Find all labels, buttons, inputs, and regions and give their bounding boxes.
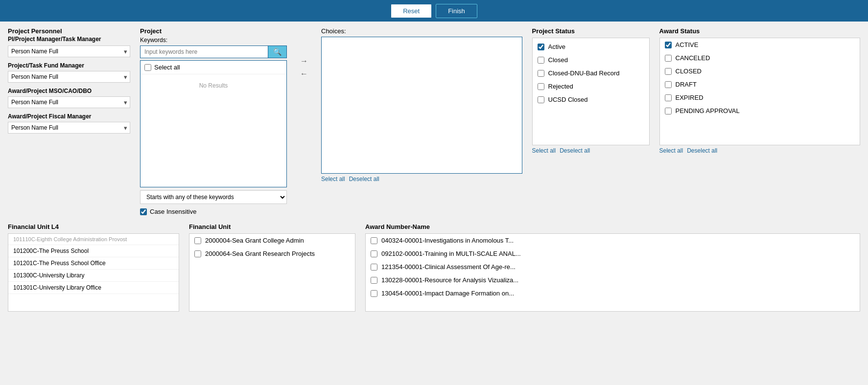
status-closed-checkbox[interactable] (538, 57, 544, 64)
award-item-canceled: CANCELED (660, 51, 860, 65)
status-item-closed-dnu: Closed-DNU-Bad Record (533, 67, 649, 80)
status-rejected-checkbox[interactable] (538, 83, 544, 90)
project-status-box: Active Closed Closed-DNU-Bad Record Reje… (532, 38, 650, 145)
arrow-right-button[interactable]: → (300, 57, 308, 66)
financial-unit-item-2: 2000064-Sea Grant Research Projects (189, 247, 355, 260)
choices-box (321, 37, 522, 174)
award-number-checkbox-5[interactable] (371, 290, 377, 297)
select-all-label: Select all (154, 64, 180, 71)
status-ucsd-closed-checkbox[interactable] (538, 96, 544, 103)
financial-l4-box: 101110C-Eighth College Administration Pr… (8, 233, 179, 312)
pi-manager-select[interactable]: Person Name Full (8, 45, 130, 57)
pi-manager-title: PI/Project Manager/Task Manager (8, 36, 130, 43)
award-status-select-all-button[interactable]: Select all (659, 147, 683, 154)
choices-select-all-button[interactable]: Select all (321, 176, 345, 182)
award-status-deselect-all-button[interactable]: Deselect all (687, 147, 717, 154)
list-item: 101301C-University Library Office (8, 282, 179, 294)
arrow-left-button[interactable]: ← (300, 69, 308, 78)
award-canceled-checkbox[interactable] (665, 55, 672, 62)
award-number-checkbox-4[interactable] (371, 277, 377, 284)
financial-unit-checkbox-1[interactable] (194, 237, 201, 244)
award-number-box: 040324-00001-Investigations in Anomolous… (365, 233, 860, 312)
award-number-checkbox-3[interactable] (371, 264, 377, 271)
award-number-checkbox-1[interactable] (371, 237, 377, 244)
award-status-panel: Award Status ACTIVE CANCELED CLOSED DRAF… (659, 27, 861, 154)
award-number-panel: Award Number-Name 040324-00001-Investiga… (365, 223, 860, 312)
award-number-item-3: 121354-00001-Clinical Assessment Of Age-… (366, 260, 860, 273)
award-number-checkbox-2[interactable] (371, 250, 377, 257)
award-pending-label: PENDING APPROVAL (676, 107, 740, 114)
fund-manager-title: Project/Task Fund Manager (8, 62, 130, 69)
keywords-panel: Project Keywords: 🔍 Select all No Result… (140, 27, 287, 215)
award-draft-label: DRAFT (676, 81, 697, 88)
award-number-item-5: 130454-00001-Impact Damage Formation on.… (366, 287, 860, 300)
award-number-label-1: 040324-00001-Investigations in Anomolous… (381, 237, 514, 244)
status-item-rejected: Rejected (533, 80, 649, 93)
award-number-title: Award Number-Name (365, 223, 860, 230)
list-item: 101201C-The Preuss School Office (8, 257, 179, 270)
award-expired-label: EXPIRED (676, 94, 704, 101)
award-canceled-label: CANCELED (676, 54, 710, 62)
award-number-item-2: 092102-00001-Training in MULTI-SCALE ANA… (366, 247, 860, 260)
select-all-checkbox[interactable] (144, 64, 151, 71)
fiscal-select[interactable]: Person Name Full (8, 122, 130, 134)
award-status-box: ACTIVE CANCELED CLOSED DRAFT EXPIRED (659, 38, 861, 145)
award-number-label-3: 121354-00001-Clinical Assessment Of Age-… (381, 263, 516, 271)
mso-select-wrapper: Person Name Full (8, 96, 130, 108)
top-bar: Reset Finish (0, 0, 868, 22)
keyword-dropdown-row: Starts with any of these keywordsContain… (140, 190, 287, 204)
financial-l4-title: Financial Unit L4 (8, 223, 179, 230)
mso-select[interactable]: Person Name Full (8, 96, 130, 108)
award-pending-checkbox[interactable] (665, 108, 672, 114)
award-number-label-4: 130228-00001-Resource for Analysis Vizua… (381, 276, 518, 284)
choices-actions: Select all Deselect all (321, 176, 522, 182)
award-closed-checkbox[interactable] (665, 68, 672, 75)
keyword-search-button[interactable]: 🔍 (268, 45, 287, 58)
case-row: Case Insensitive (140, 208, 287, 215)
fund-manager-select[interactable]: Person Name Full (8, 71, 130, 83)
award-active-checkbox[interactable] (665, 42, 672, 48)
case-insensitive-checkbox[interactable] (140, 208, 147, 215)
list-item: 101200C-The Preuss School (8, 245, 179, 257)
status-active-checkbox[interactable] (538, 44, 544, 50)
keywords-label: Keywords: (140, 37, 287, 44)
personnel-title: Project Personnel (8, 27, 130, 35)
status-item-active: Active (533, 40, 649, 53)
award-closed-label: CLOSED (676, 68, 702, 75)
financial-l4-panel: Financial Unit L4 101110C-Eighth College… (8, 223, 179, 312)
keyword-input[interactable] (140, 45, 268, 58)
choices-title: Choices: (321, 27, 522, 35)
award-number-item-1: 040324-00001-Investigations in Anomolous… (366, 234, 860, 247)
award-item-pending: PENDING APPROVAL (660, 104, 860, 117)
case-insensitive-label: Case Insensitive (150, 208, 196, 215)
award-item-draft: DRAFT (660, 78, 860, 91)
award-item-active: ACTIVE (660, 38, 860, 51)
mso-title: Award/Project MSO/CAO/DBO (8, 88, 130, 94)
project-title: Project (140, 27, 287, 35)
reset-button[interactable]: Reset (391, 4, 432, 18)
financial-unit-title: Financial Unit (189, 223, 355, 230)
no-results-label: No Results (141, 74, 286, 97)
project-status-actions: Select all Deselect all (532, 147, 650, 154)
award-draft-checkbox[interactable] (665, 81, 672, 88)
choices-deselect-all-button[interactable]: Deselect all (349, 176, 379, 182)
status-ucsd-closed-label: UCSD Closed (548, 96, 588, 103)
keyword-search-row: 🔍 (140, 45, 287, 58)
top-row: Project Personnel PI/Project Manager/Tas… (8, 27, 860, 215)
list-item: 101300C-University Library (8, 270, 179, 282)
choices-panel: Choices: Select all Deselect all (321, 27, 522, 182)
award-expired-checkbox[interactable] (665, 94, 672, 101)
keyword-list-box: Select all No Results (140, 60, 287, 187)
project-status-select-all-button[interactable]: Select all (532, 147, 556, 154)
status-active-label: Active (548, 43, 565, 50)
pi-manager-select-wrapper: Person Name Full (8, 45, 130, 57)
finish-button[interactable]: Finish (436, 4, 477, 18)
status-closed-dnu-checkbox[interactable] (538, 70, 544, 77)
keyword-match-dropdown[interactable]: Starts with any of these keywordsContain… (140, 190, 287, 204)
financial-unit-panel: Financial Unit 2000004-Sea Grant College… (189, 223, 355, 312)
financial-unit-item-1: 2000004-Sea Grant College Admin (189, 234, 355, 247)
project-status-deselect-all-button[interactable]: Deselect all (560, 147, 590, 154)
financial-unit-checkbox-2[interactable] (194, 250, 201, 257)
award-item-closed: CLOSED (660, 65, 860, 78)
transfer-arrows: → ← (297, 27, 311, 78)
